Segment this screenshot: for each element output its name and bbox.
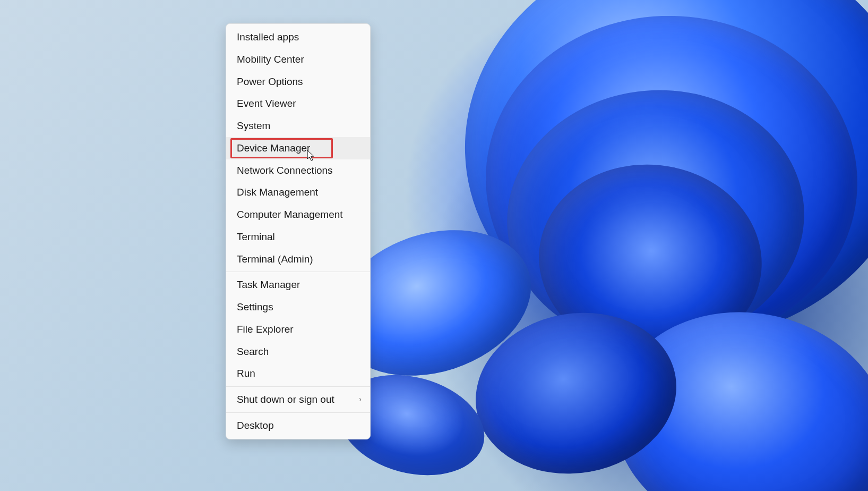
menu-item-label: File Explorer <box>237 324 294 335</box>
winx-context-menu: Installed appsMobility CenterPower Optio… <box>226 23 371 439</box>
menu-separator <box>226 272 370 272</box>
menu-item-label: Event Viewer <box>237 98 296 109</box>
menu-item-label: Computer Management <box>237 209 343 220</box>
menu-item-event-viewer[interactable]: Event Viewer <box>226 92 370 115</box>
menu-item-network-connections[interactable]: Network Connections <box>226 159 370 182</box>
menu-item-label: Settings <box>237 301 273 312</box>
menu-item-settings[interactable]: Settings <box>226 296 370 318</box>
menu-item-file-explorer[interactable]: File Explorer <box>226 318 370 341</box>
menu-item-label: Task Manager <box>237 279 300 290</box>
menu-item-label: Mobility Center <box>237 54 304 65</box>
menu-item-label: Network Connections <box>237 165 333 176</box>
menu-item-system[interactable]: System <box>226 115 370 137</box>
menu-item-desktop[interactable]: Desktop <box>226 414 370 437</box>
menu-item-label: Disk Management <box>237 187 318 198</box>
menu-item-terminal[interactable]: Terminal <box>226 226 370 248</box>
menu-item-label: Power Options <box>237 76 303 87</box>
menu-item-search[interactable]: Search <box>226 341 370 363</box>
menu-item-label: Installed apps <box>237 31 299 43</box>
menu-item-disk-management[interactable]: Disk Management <box>226 181 370 204</box>
menu-item-label: System <box>237 120 270 131</box>
menu-item-label: Desktop <box>237 420 274 431</box>
menu-item-label: Search <box>237 346 269 357</box>
menu-separator <box>226 412 370 413</box>
menu-item-label: Shut down or sign out <box>237 394 334 405</box>
menu-item-power-options[interactable]: Power Options <box>226 71 370 93</box>
menu-item-task-manager[interactable]: Task Manager <box>226 274 370 296</box>
chevron-right-icon: › <box>359 395 362 404</box>
menu-item-label: Terminal (Admin) <box>237 253 313 265</box>
menu-item-mobility-center[interactable]: Mobility Center <box>226 48 370 71</box>
menu-item-label: Run <box>237 368 255 379</box>
menu-item-installed-apps[interactable]: Installed apps <box>226 26 370 48</box>
menu-item-label: Device Manager <box>237 142 310 154</box>
menu-separator <box>226 386 370 387</box>
menu-item-label: Terminal <box>237 231 275 242</box>
menu-item-device-manager[interactable]: Device Manager <box>226 137 370 159</box>
menu-item-shut-down[interactable]: Shut down or sign out› <box>226 388 370 411</box>
menu-item-computer-management[interactable]: Computer Management <box>226 204 370 226</box>
desktop-wallpaper <box>0 0 868 491</box>
menu-item-terminal-admin[interactable]: Terminal (Admin) <box>226 248 370 270</box>
menu-item-run[interactable]: Run <box>226 362 370 385</box>
